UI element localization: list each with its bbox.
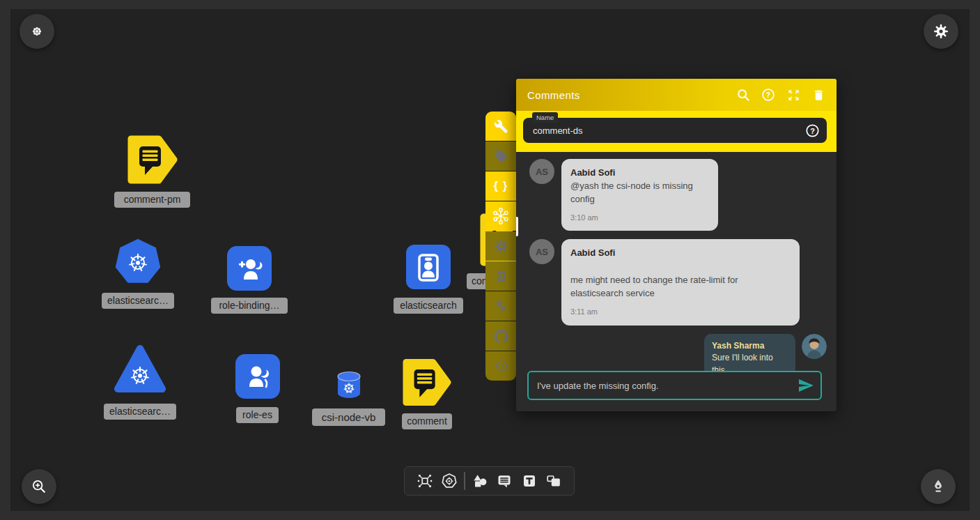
help-icon: ?: [761, 88, 775, 102]
gear-icon: [494, 239, 508, 254]
chat-message: AS Aabid Sofi me might need to change th…: [529, 239, 827, 325]
gear-icon: [933, 24, 949, 39]
settings-button[interactable]: [924, 14, 958, 49]
node-action-toolbar: { }: [485, 112, 516, 381]
search-icon: [736, 88, 750, 102]
message-bubble: Aabid Sofi @yash the csi-node is missing…: [561, 159, 718, 231]
mesh-button[interactable]: [485, 201, 516, 231]
pen-tool-button[interactable]: [921, 469, 956, 504]
avatar: AS: [529, 159, 554, 184]
node-label: csi-node-vb: [312, 408, 385, 426]
inspect-config-button[interactable]: [485, 261, 516, 291]
message-bubble: Aabid Sofi me might need to change the r…: [561, 239, 800, 325]
name-field-label: Name: [532, 112, 558, 123]
node-label: elasticsearc…: [104, 404, 176, 420]
user-photo-avatar: [802, 334, 827, 359]
security-shield-button[interactable]: [485, 291, 516, 321]
node-csi-node-vb[interactable]: csi-node-vb: [336, 370, 362, 402]
help-button[interactable]: ?: [761, 88, 775, 102]
node-role-es[interactable]: role-es: [235, 354, 280, 402]
avatar: AS: [529, 239, 554, 264]
svg-text:?: ?: [810, 127, 815, 135]
chat-input-row: [516, 371, 837, 411]
delete-button[interactable]: [811, 88, 825, 102]
app-menu-button[interactable]: [20, 14, 54, 49]
name-input[interactable]: [523, 118, 827, 143]
tag-icon: [494, 149, 508, 164]
node-elasticsearch-triangle[interactable]: elasticsearc…: [114, 344, 166, 397]
expand-button[interactable]: [786, 88, 800, 102]
name-field-section: Name ?: [516, 111, 837, 152]
comment-tool[interactable]: [494, 471, 515, 491]
send-icon: [798, 377, 814, 394]
comment-shape-icon: [403, 358, 451, 406]
message-text: @yash the csi-node is missing config: [570, 180, 709, 206]
storage-cylinder-icon: [336, 370, 362, 399]
toolbar-divider: [464, 472, 465, 490]
node-role-binding[interactable]: role-binding…: [227, 246, 272, 293]
panel-title: Comments: [527, 89, 725, 101]
node-label: elasticsearch: [394, 298, 463, 314]
message-text: Sure I'll look into this: [712, 352, 788, 371]
node-settings-button[interactable]: [485, 231, 516, 261]
kubernetes-heptagon-icon: [115, 239, 161, 285]
node-elasticsearch-service-account[interactable]: elasticsearch: [406, 245, 451, 292]
send-button[interactable]: [798, 377, 814, 396]
zoom-in-button[interactable]: [22, 469, 56, 504]
tag-button[interactable]: [485, 142, 516, 171]
designer-graph-tool[interactable]: [414, 471, 435, 491]
text-tool[interactable]: [519, 471, 540, 491]
designer-graph-icon: [417, 473, 433, 489]
pen-nib-icon: [930, 478, 947, 495]
zoom-in-icon: [31, 479, 47, 494]
node-comment[interactable]: comment: [403, 358, 451, 409]
chat-message: Yash Sharma Sure I'll look into this 3:2…: [529, 334, 827, 371]
service-account-badge-icon: [406, 245, 451, 289]
history-button[interactable]: [485, 351, 516, 381]
image-tool[interactable]: [543, 471, 564, 491]
image-icon: [545, 473, 562, 489]
wrench-icon: [494, 119, 508, 134]
node-elasticsearch-heptagon[interactable]: elasticsearc…: [115, 239, 161, 288]
comment-shape-icon: [127, 135, 178, 184]
mesh-snowflake-icon: [492, 208, 509, 224]
braces-icon: { }: [494, 179, 508, 193]
app-root: comment-pm elasticsearc…: [0, 0, 980, 520]
scrollbar-thumb[interactable]: [516, 217, 518, 236]
text-icon: [521, 473, 538, 489]
search-button[interactable]: [736, 88, 750, 102]
kubernetes-triangle-icon: [114, 344, 166, 395]
message-bubble: Yash Sharma Sure I'll look into this 3:2…: [704, 334, 795, 371]
role-binding-icon: [227, 246, 272, 291]
braces-config-button[interactable]: { }: [485, 171, 516, 201]
chat-message-input[interactable]: [527, 371, 822, 400]
shapes-icon: [472, 473, 488, 489]
history-icon: [494, 359, 508, 374]
expand-icon: [787, 89, 800, 102]
node-label: comment-pm: [114, 192, 190, 208]
message-time: 3:11 am: [570, 307, 791, 318]
comments-panel: Comments ?: [516, 79, 837, 411]
github-button[interactable]: [485, 321, 516, 351]
name-help-icon[interactable]: ?: [805, 123, 820, 141]
node-comment-pm[interactable]: comment-pm: [127, 135, 178, 187]
message-author: Yash Sharma: [712, 340, 788, 352]
node-label: elasticsearc…: [102, 293, 174, 309]
node-label: role-binding…: [211, 298, 288, 314]
message-author: Aabid Sofi: [570, 167, 709, 180]
configure-wrench-button[interactable]: [485, 112, 516, 141]
comments-message-list[interactable]: AS Aabid Sofi @yash the csi-node is miss…: [516, 152, 837, 371]
role-icon: [235, 354, 280, 399]
comments-panel-header[interactable]: Comments ?: [516, 79, 837, 111]
shapes-tool[interactable]: [469, 471, 490, 491]
message-time: 3:10 am: [570, 213, 709, 224]
svg-text:?: ?: [766, 91, 770, 99]
kubernetes-tool[interactable]: [439, 471, 460, 491]
shield-icon: [494, 299, 508, 314]
comment-icon: [496, 473, 513, 489]
file-search-icon: [494, 269, 508, 284]
github-icon: [494, 329, 508, 344]
node-label: comment: [402, 413, 452, 429]
trash-icon: [812, 89, 825, 102]
kubernetes-icon: [441, 473, 458, 489]
